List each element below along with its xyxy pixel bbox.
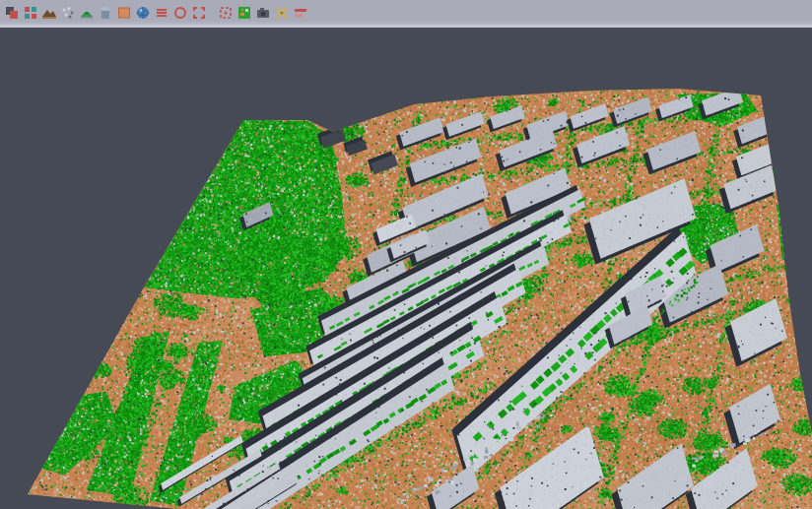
- profile-lines-icon: [154, 5, 169, 21]
- crop-box-icon: [191, 5, 207, 21]
- globe-button[interactable]: [134, 4, 151, 21]
- profile-lines-button[interactable]: [153, 4, 169, 21]
- toolbar: [0, 0, 812, 25]
- point-cloud-icon: [60, 5, 76, 21]
- application-window: [0, 0, 812, 509]
- red-bars-icon: [293, 5, 308, 21]
- crop-box-button[interactable]: [190, 4, 207, 21]
- terrain-icon: [41, 5, 57, 21]
- point-cloud-button[interactable]: [59, 4, 76, 21]
- classification-map-button[interactable]: [236, 4, 252, 21]
- viewport-3d[interactable]: [0, 28, 812, 509]
- camera-button[interactable]: [254, 4, 271, 21]
- layers-button[interactable]: [3, 4, 20, 21]
- ortho-square-button[interactable]: [115, 4, 132, 21]
- classification-map-icon: [237, 5, 252, 21]
- align-clouds-button[interactable]: [22, 4, 38, 21]
- align-clouds-icon: [23, 5, 38, 21]
- camera-icon: [255, 5, 271, 21]
- mesh-mound-icon: [79, 5, 95, 21]
- column-button[interactable]: [97, 4, 113, 21]
- measure-x-button[interactable]: [273, 4, 290, 21]
- layers-icon: [4, 5, 20, 21]
- globe-icon: [135, 5, 151, 21]
- circle-select-icon: [172, 5, 188, 21]
- ortho-square-icon: [116, 5, 132, 21]
- column-icon: [98, 5, 113, 21]
- clip-region-button[interactable]: [217, 4, 234, 21]
- red-bars-button[interactable]: [292, 4, 308, 21]
- mesh-mound-button[interactable]: [78, 4, 95, 21]
- point-cloud-canvas[interactable]: [0, 28, 812, 509]
- circle-select-button[interactable]: [171, 4, 188, 21]
- clip-region-icon: [218, 5, 234, 21]
- measure-x-icon: [274, 5, 290, 21]
- terrain-button[interactable]: [40, 4, 57, 21]
